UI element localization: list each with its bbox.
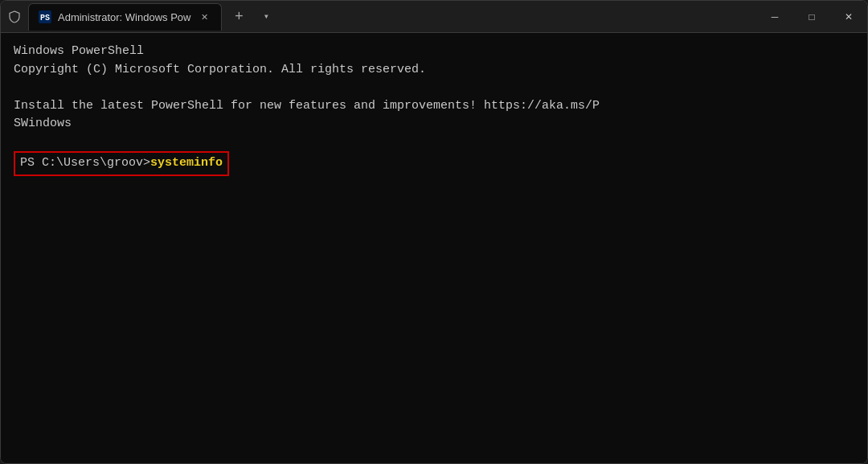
terminal-blank-2 xyxy=(14,133,854,152)
prompt-line: PS C:\Users\groov> systeminfo xyxy=(14,151,229,176)
terminal-line-5: SWindows xyxy=(14,115,854,133)
terminal-blank-1 xyxy=(14,79,854,97)
maximize-button[interactable]: □ xyxy=(793,1,830,33)
terminal-content[interactable]: Windows PowerShell Copyright (C) Microso… xyxy=(1,33,867,463)
terminal-window: PS Administrator: Windows Pow ✕ + ▾ ─ xyxy=(0,0,868,464)
active-tab[interactable]: PS Administrator: Windows Pow ✕ xyxy=(28,3,222,31)
prompt-prefix: PS C:\Users\groov> xyxy=(20,154,150,173)
prompt-command: systeminfo xyxy=(150,154,223,173)
titlebar-left: PS Administrator: Windows Pow ✕ + ▾ xyxy=(1,3,285,31)
svg-text:PS: PS xyxy=(40,14,50,23)
powershell-tab-icon: PS xyxy=(39,10,51,23)
titlebar: PS Administrator: Windows Pow ✕ + ▾ ─ xyxy=(1,1,867,33)
shield-icon xyxy=(7,10,22,24)
terminal-line-2: Copyright (C) Microsoft Corporation. All… xyxy=(14,61,854,80)
terminal-line-1: Windows PowerShell xyxy=(14,43,854,61)
tab-label: Administrator: Windows Pow xyxy=(58,11,190,23)
terminal-line-4: Install the latest PowerShell for new fe… xyxy=(14,97,854,116)
new-tab-button[interactable]: + xyxy=(227,5,251,29)
tab-dropdown-button[interactable]: ▾ xyxy=(254,5,278,29)
tab-close-button[interactable]: ✕ xyxy=(197,10,211,24)
window-controls: ─ □ ✕ xyxy=(756,1,867,33)
close-button[interactable]: ✕ xyxy=(830,1,867,33)
minimize-button[interactable]: ─ xyxy=(756,1,793,33)
